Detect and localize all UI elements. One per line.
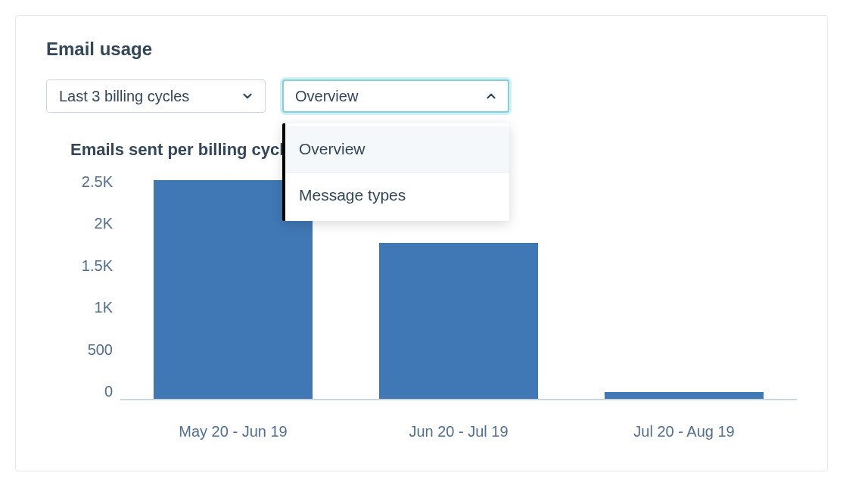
x-axis: May 20 - Jun 19Jun 20 - Jul 19Jul 20 - A…: [120, 423, 797, 440]
x-tick-label: Jul 20 - Aug 19: [605, 423, 764, 440]
view-select-wrap: Overview Overview Message types: [282, 79, 509, 113]
x-tick-label: Jun 20 - Jul 19: [379, 423, 538, 440]
y-tick-label: 2K: [95, 215, 113, 232]
y-tick-label: 1.5K: [82, 257, 113, 275]
card-title: Email usage: [46, 39, 797, 60]
bar: [605, 392, 764, 399]
view-select[interactable]: Overview: [282, 79, 509, 113]
chevron-down-icon: [241, 89, 254, 103]
filter-controls: Last 3 billing cycles Overview Overview …: [46, 79, 797, 113]
email-usage-card: Email usage Last 3 billing cycles Overvi…: [15, 15, 828, 471]
view-option-message-types[interactable]: Message types: [285, 173, 509, 218]
view-option-overview[interactable]: Overview: [285, 126, 509, 172]
y-tick-label: 2.5K: [82, 173, 113, 191]
view-select-label: Overview: [295, 88, 358, 105]
period-select[interactable]: Last 3 billing cycles: [46, 79, 266, 113]
y-tick-label: 1K: [95, 299, 113, 316]
bar: [379, 243, 538, 399]
period-select-label: Last 3 billing cycles: [59, 88, 189, 105]
chevron-up-icon: [484, 89, 498, 103]
x-tick-label: May 20 - Jun 19: [154, 423, 313, 440]
y-axis: 2.5K2K1.5K1K5000: [70, 173, 113, 400]
view-dropdown: Overview Message types: [282, 123, 509, 221]
y-tick-label: 0: [104, 383, 113, 400]
y-tick-label: 500: [88, 341, 113, 359]
